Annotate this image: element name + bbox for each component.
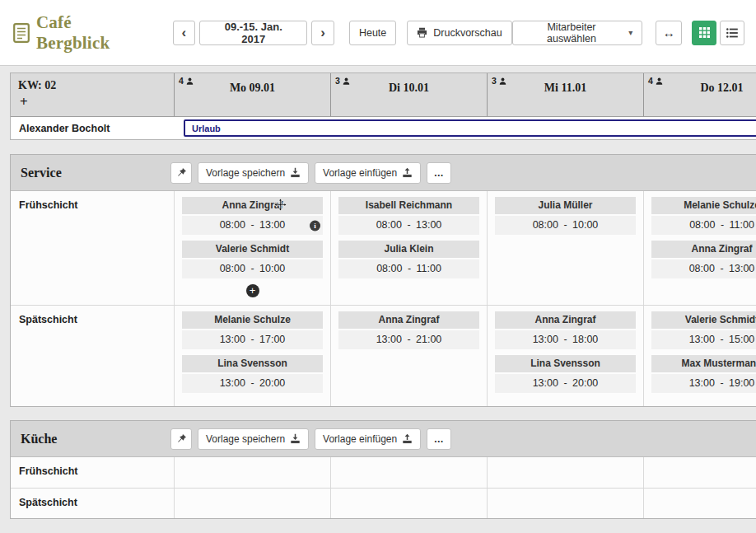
entry-name-chip[interactable]: Melanie Schulze — [651, 197, 756, 214]
day-cell[interactable]: Anna Zingraf 08:00 - 13:00 i Valerie Sch… — [174, 191, 330, 305]
shift-entry[interactable]: Valerie Schmidt 13:00 - 15:00 i — [651, 311, 756, 349]
sections-host: Service Vorlage speichern — [10, 154, 756, 519]
shift-entry[interactable]: Julia Müller 08:00 - 10:00 i — [495, 197, 636, 235]
day-cell[interactable]: Valerie Schmidt 13:00 - 15:00 i Max Must… — [643, 306, 756, 406]
entry-time-text: 13:00 - 17:00 — [220, 334, 286, 345]
today-button[interactable]: Heute — [349, 21, 396, 45]
day-cell[interactable]: Isabell Reichmann 08:00 - 13:00 i Julia … — [330, 191, 487, 305]
entry-time[interactable]: 08:00 - 11:00 i — [338, 259, 479, 278]
next-week-button[interactable]: › — [311, 21, 334, 45]
entry-time[interactable]: 13:00 - 15:00 i — [651, 330, 756, 349]
shift-entry[interactable]: Anna Zingraf 08:00 - 13:00 i — [651, 241, 756, 278]
entry-name-chip[interactable]: Julia Müller — [495, 197, 636, 214]
day-cell[interactable]: + — [330, 489, 487, 518]
cell-entries: Anna Zingraf 13:00 - 21:00 i — [338, 311, 479, 349]
entry-name-chip[interactable]: Julia Klein — [338, 241, 479, 258]
more-button[interactable]: … — [427, 428, 451, 450]
entry-name-chip[interactable]: Anna Zingraf — [338, 311, 479, 329]
entry-time[interactable]: 08:00 - 13:00 i — [182, 216, 323, 235]
entry-time[interactable]: 08:00 - 10:00 i — [495, 216, 636, 235]
entry-name-chip[interactable]: Anna Zingraf — [182, 197, 323, 214]
day-cell[interactable]: Julia Müller 08:00 - 10:00 i + — [487, 191, 643, 305]
day-cell[interactable]: + — [174, 489, 330, 518]
shift-label: Frühschicht — [11, 191, 174, 305]
pin-icon — [176, 167, 187, 178]
entry-time[interactable]: 13:00 - 20:00 i — [495, 374, 636, 393]
day-cell[interactable]: + — [643, 457, 756, 488]
list-view-button[interactable] — [720, 21, 744, 45]
shift-entry[interactable]: Lina Svensson 13:00 - 20:00 i — [495, 355, 636, 393]
entry-name-chip[interactable]: Isabell Reichmann — [338, 197, 479, 214]
day-cell[interactable]: Melanie Schulze 13:00 - 17:00 i Lina Sve… — [174, 306, 330, 406]
info-icon[interactable]: i — [310, 220, 320, 231]
add-row-button[interactable]: + — [20, 95, 28, 109]
day-cell[interactable]: Anna Zingraf 13:00 - 18:00 i Lina Svenss… — [487, 306, 643, 406]
entry-time-text: 13:00 - 20:00 — [220, 377, 286, 389]
day-cell[interactable]: Melanie Schulze 08:00 - 11:00 i Anna Zin… — [643, 191, 756, 305]
entry-name-chip[interactable]: Lina Svensson — [182, 355, 323, 372]
entry-time[interactable]: 13:00 - 17:00 i — [182, 330, 323, 349]
day-cell[interactable]: + — [487, 457, 643, 488]
pin-button[interactable] — [170, 162, 192, 184]
entry-time[interactable]: 13:00 - 18:00 i — [495, 330, 636, 349]
add-entry-button[interactable]: + — [246, 284, 259, 297]
logo[interactable]: Café Bergblick — [13, 12, 148, 54]
entry-time[interactable]: 08:00 - 13:00 i — [338, 216, 479, 235]
entry-time[interactable]: 13:00 - 20:00 i — [182, 374, 323, 393]
shift-entry[interactable]: Anna Zingraf 13:00 - 18:00 i — [495, 311, 636, 349]
entry-name-chip[interactable]: Max Mustermann — [651, 355, 756, 372]
pin-button[interactable] — [170, 428, 192, 450]
entry-name-chip[interactable]: Valerie Schmidt — [182, 241, 323, 258]
save-template-button[interactable]: Vorlage speichern — [198, 162, 309, 184]
entry-name: Anna Zingraf — [222, 199, 283, 211]
day-cell[interactable]: + — [643, 489, 756, 518]
shift-entry[interactable]: Anna Zingraf 13:00 - 21:00 i — [338, 311, 479, 349]
shift-label: Frühschicht — [11, 457, 174, 488]
shift-row: Spätschicht Melanie Schulze 13:00 - 17:0… — [11, 305, 756, 406]
entry-name-chip[interactable]: Lina Svensson — [495, 355, 636, 372]
entry-time[interactable]: 08:00 - 11:00 i — [651, 216, 756, 235]
entry-name-chip[interactable]: Melanie Schulze — [182, 311, 323, 329]
insert-template-icon — [402, 433, 413, 444]
save-template-button[interactable]: Vorlage speichern — [198, 428, 309, 450]
day-cell[interactable]: + — [330, 457, 487, 488]
entry-time[interactable]: 13:00 - 19:00 i — [651, 374, 756, 393]
day-header[interactable]: 4 Do 12.01 — [643, 73, 756, 116]
print-preview-button[interactable]: Druckvorschau — [407, 21, 511, 45]
shift-entry[interactable]: Anna Zingraf 08:00 - 13:00 i — [182, 197, 323, 235]
prev-week-button[interactable]: ‹ — [173, 21, 196, 45]
day-cell[interactable]: + — [487, 489, 643, 518]
insert-template-button[interactable]: Vorlage einfügen — [315, 428, 421, 450]
shift-entry[interactable]: Isabell Reichmann 08:00 - 13:00 i — [338, 197, 479, 235]
expand-columns-button[interactable]: ↔ — [656, 21, 682, 45]
grid-view-button[interactable] — [692, 21, 716, 45]
entry-name-chip[interactable]: Anna Zingraf — [495, 311, 636, 329]
day-header[interactable]: 3 Mi 11.01 — [487, 73, 643, 116]
shift-entry[interactable]: Valerie Schmidt 08:00 - 10:00 i — [182, 241, 323, 278]
absence-entry[interactable]: Urlaub — [184, 119, 756, 137]
day-cell[interactable]: + — [174, 457, 330, 488]
shift-entry[interactable]: Julia Klein 08:00 - 11:00 i — [338, 241, 479, 278]
department-toolbar: Vorlage speichern Vorlage einfügen — [170, 428, 451, 450]
select-employees-button[interactable]: Mitarbeiter auswählen ▾ — [512, 21, 643, 45]
entry-name-chip[interactable]: Anna Zingraf — [651, 241, 756, 258]
insert-template-button[interactable]: Vorlage einfügen — [315, 162, 421, 184]
day-label: Mi 11.01 — [488, 82, 643, 95]
entry-time[interactable]: 08:00 - 13:00 i — [651, 259, 756, 278]
shift-entry[interactable]: Lina Svensson 13:00 - 20:00 i — [182, 355, 323, 393]
day-cell[interactable]: Anna Zingraf 13:00 - 21:00 i + — [330, 306, 487, 406]
more-button[interactable]: … — [427, 162, 451, 184]
day-header[interactable]: 4 Mo 09.01 — [174, 73, 330, 116]
shift-entry[interactable]: Max Mustermann 13:00 - 19:00 i — [651, 355, 756, 393]
shift-label: Spätschicht — [11, 306, 174, 406]
entry-name-chip[interactable]: Valerie Schmidt — [651, 311, 756, 329]
day-header[interactable]: 3 Di 10.01 — [330, 73, 487, 116]
date-range-button[interactable]: 09.-15. Jan. 2017 — [199, 21, 307, 45]
entry-time-text: 08:00 - 13:00 — [376, 219, 442, 231]
shift-entry[interactable]: Melanie Schulze 13:00 - 17:00 i — [182, 311, 323, 349]
select-employees-label: Mitarbeiter auswählen — [522, 21, 622, 44]
entry-time[interactable]: 13:00 - 21:00 i — [338, 330, 479, 349]
week-navigation: ‹ 09.-15. Jan. 2017 › — [173, 21, 334, 45]
shift-entry[interactable]: Melanie Schulze 08:00 - 11:00 i — [651, 197, 756, 235]
entry-time[interactable]: 08:00 - 10:00 i — [182, 259, 323, 278]
